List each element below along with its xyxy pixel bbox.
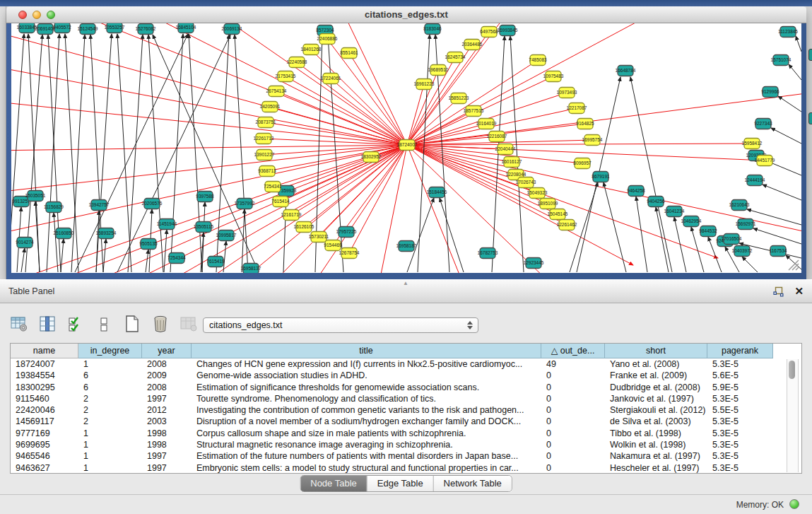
network-hub-node[interactable]: 18724007 xyxy=(397,140,418,151)
table-cell[interactable]: 5.5E-5 xyxy=(707,404,773,416)
column-header-pagerank[interactable]: pagerank xyxy=(707,344,773,358)
table-cell[interactable]: Changes of HCN gene expression and I(f) … xyxy=(192,358,541,370)
network-node[interactable]: 10975483 xyxy=(543,71,564,82)
network-node[interactable]: 16016127 xyxy=(502,157,522,168)
citation-edge-red[interactable] xyxy=(160,145,407,273)
network-node[interactable]: 8679191 xyxy=(592,172,610,182)
network-node[interactable]: 9129966 xyxy=(761,87,779,98)
citation-edge-black[interactable] xyxy=(636,197,647,272)
table-row[interactable]: 946554611997Estimation of the future num… xyxy=(11,450,801,462)
table-cell[interactable]: 2 xyxy=(78,393,142,404)
table-cell[interactable]: 18300295 xyxy=(11,382,78,393)
network-node[interactable]: 10553257 xyxy=(105,23,125,33)
network-node[interactable]: 15276082 xyxy=(136,24,156,35)
table-cell[interactable]: 0 xyxy=(541,393,605,404)
citation-edge-black[interactable] xyxy=(146,250,148,272)
citation-edge-black[interactable] xyxy=(54,213,58,272)
citation-edge-black[interactable] xyxy=(753,228,801,244)
table-cell[interactable]: 0 xyxy=(541,416,605,427)
table-row[interactable]: 1872400712008Changes of HCN gene express… xyxy=(11,358,801,370)
citation-edge-black[interactable] xyxy=(630,77,672,272)
memory-status-indicator[interactable] xyxy=(789,499,799,509)
network-node[interactable]: 7485083 xyxy=(529,55,547,66)
table-cell[interactable]: 5.6E-5 xyxy=(707,370,773,381)
network-node[interactable]: 9404256 xyxy=(647,197,665,207)
network-node[interactable]: 22406886 xyxy=(317,34,338,45)
citation-edge-black[interactable] xyxy=(11,34,24,272)
network-node[interactable]: 17224061 xyxy=(321,74,341,84)
network-canvas[interactable]: 1603384520691406940557215124549105532571… xyxy=(11,23,801,273)
citation-edge-black[interactable] xyxy=(604,182,626,272)
citation-edge-black[interactable] xyxy=(153,35,259,272)
citation-edge-black[interactable] xyxy=(35,201,40,272)
citation-edge-red[interactable] xyxy=(407,60,538,145)
table-cell[interactable]: 0 xyxy=(541,450,605,462)
table-cell[interactable]: 9115460 xyxy=(11,393,78,404)
table-cell[interactable]: de Silva et al. (2003) xyxy=(605,416,707,427)
table-cell[interactable]: 14569117 xyxy=(11,416,78,427)
scrollbar-thumb[interactable] xyxy=(789,361,795,379)
network-node[interactable]: 18401268 xyxy=(301,45,322,55)
network-node[interactable]: 7615419 xyxy=(206,257,225,267)
table-cell[interactable]: 5.3E-5 xyxy=(707,416,773,427)
table-cell[interactable]: Jankovic et al. (1997) xyxy=(605,393,707,404)
network-node[interactable]: 9164825 xyxy=(576,119,594,129)
network-node[interactable]: 22040444 xyxy=(495,144,516,155)
table-cell[interactable]: 0 xyxy=(541,462,605,474)
network-node[interactable]: 16961223 xyxy=(414,79,435,90)
network-node[interactable]: 18577515 xyxy=(464,106,484,117)
network-node[interactable]: 12161719 xyxy=(281,210,302,221)
table-cell[interactable]: 2009 xyxy=(142,370,192,381)
select-all-icon[interactable] xyxy=(66,315,85,333)
table-cell[interactable]: 2 xyxy=(78,404,142,416)
citation-edge-red[interactable] xyxy=(11,145,407,151)
network-node[interactable]: 16245734 xyxy=(445,52,466,63)
citation-edge-black[interactable] xyxy=(407,198,434,272)
column-header-name[interactable]: name xyxy=(11,344,78,358)
tab-edge-table[interactable]: Edge Table xyxy=(367,476,434,491)
table-cell[interactable]: 5.3E-5 xyxy=(707,428,773,439)
table-row[interactable]: 2242004622012Investigating the contribut… xyxy=(11,404,801,416)
table-row[interactable]: 1830029562008Estimation of significance … xyxy=(11,382,801,393)
table-cell[interactable]: 1998 xyxy=(142,428,192,439)
table-cell[interactable]: 0 xyxy=(541,370,605,381)
table-cell[interactable]: 2 xyxy=(78,416,142,427)
citation-edge-black[interactable] xyxy=(103,239,106,272)
network-node[interactable]: 17016504 xyxy=(722,234,742,245)
network-node[interactable]: 9505135 xyxy=(139,239,158,250)
table-cell[interactable]: 1 xyxy=(78,428,142,439)
citation-edge-red[interactable] xyxy=(407,145,464,273)
citation-edge-black[interactable] xyxy=(283,197,286,272)
table-cell[interactable]: 1 xyxy=(78,439,142,450)
network-node[interactable]: 12261713 xyxy=(254,134,274,144)
unselect-all-icon[interactable] xyxy=(95,315,113,333)
citation-edge-red[interactable] xyxy=(331,78,407,145)
network-node[interactable]: 16958137 xyxy=(241,264,261,274)
table-cell[interactable]: Tourette syndrome. Phenomenology and cla… xyxy=(192,393,541,404)
panel-resize-grip[interactable]: ▲ xyxy=(403,281,410,286)
table-cell[interactable]: Estimation of the future numbers of pati… xyxy=(192,450,541,462)
network-node[interactable]: 12216087 xyxy=(487,132,507,142)
table-cell[interactable]: Disruption of a novel member of a sodium… xyxy=(192,416,541,427)
network-node[interactable]: 16041234 xyxy=(664,206,685,217)
citation-edge-black[interactable] xyxy=(242,209,245,272)
network-node[interactable]: 16958187 xyxy=(396,241,417,252)
table-cell[interactable]: 1997 xyxy=(142,450,192,462)
float-panel-icon[interactable] xyxy=(773,286,784,297)
table-cell[interactable]: 1 xyxy=(78,358,142,370)
delete-column-icon[interactable] xyxy=(151,315,170,333)
table-cell[interactable]: 1997 xyxy=(142,393,192,404)
table-cell[interactable]: 6 xyxy=(78,370,142,381)
network-node[interactable]: 7254344 xyxy=(167,253,186,264)
network-node[interactable]: 9368713 xyxy=(258,166,276,177)
network-node[interactable]: 15184456 xyxy=(427,187,447,198)
network-node[interactable]: 15124549 xyxy=(78,24,98,35)
network-node[interactable]: 10462954 xyxy=(681,216,702,227)
citation-edge-black[interactable] xyxy=(778,96,801,112)
network-node[interactable]: 16033845 xyxy=(17,23,37,33)
citation-edge-black[interactable] xyxy=(61,239,64,272)
network-node[interactable]: 7254341 xyxy=(264,182,282,192)
network-node[interactable]: 10403972 xyxy=(732,246,753,257)
table-cell[interactable]: 0 xyxy=(541,428,605,439)
table-cell[interactable]: 2003 xyxy=(142,416,192,427)
